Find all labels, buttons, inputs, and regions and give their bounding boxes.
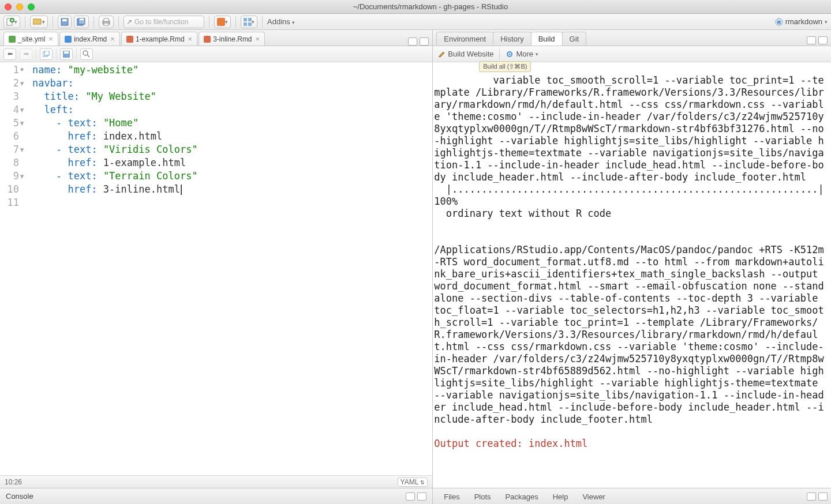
file-tab-label: _site.yml bbox=[18, 35, 45, 43]
close-tab-icon[interactable]: × bbox=[110, 35, 115, 43]
goto-arrow-icon: ↗ bbox=[126, 18, 132, 26]
tab-history[interactable]: History bbox=[493, 32, 531, 46]
svg-rect-9 bbox=[104, 23, 108, 25]
right-bottom-tabs: FilesPlotsPackagesHelpViewer bbox=[433, 488, 831, 504]
close-tab-icon[interactable]: × bbox=[188, 35, 193, 43]
svg-point-23 bbox=[509, 53, 511, 55]
svg-rect-11 bbox=[244, 18, 247, 21]
build-website-button[interactable]: Build Website bbox=[437, 50, 493, 58]
file-tab[interactable]: _site.yml× bbox=[3, 32, 58, 46]
right-bottom-minimize-icon[interactable] bbox=[807, 492, 816, 501]
file-type-icon bbox=[65, 36, 72, 43]
more-menu[interactable]: More ▾ bbox=[506, 50, 538, 58]
file-type-icon bbox=[9, 36, 16, 43]
source-pane: _site.yml×index.Rmd×1-example.Rmd×3-inli… bbox=[0, 30, 432, 488]
zoom-window-button[interactable] bbox=[28, 3, 35, 10]
file-tab-bar: _site.yml×index.Rmd×1-example.Rmd×3-inli… bbox=[0, 30, 432, 46]
forward-button[interactable]: ➡ bbox=[20, 48, 32, 60]
open-file-button[interactable]: ▾ bbox=[30, 16, 48, 28]
git-button[interactable]: ▾ bbox=[214, 16, 231, 28]
svg-rect-10 bbox=[217, 18, 225, 26]
minimize-window-button[interactable] bbox=[16, 3, 23, 10]
console-tab[interactable]: Console bbox=[6, 492, 33, 501]
svg-rect-8 bbox=[104, 18, 108, 21]
svg-rect-13 bbox=[244, 22, 247, 26]
panes-button[interactable]: ▾ bbox=[241, 16, 257, 28]
console-maximize-icon[interactable] bbox=[417, 492, 426, 501]
console-minimize-icon[interactable] bbox=[406, 492, 415, 501]
print-button[interactable] bbox=[99, 16, 114, 28]
source-toolbar: ⬅ ➡ bbox=[0, 46, 432, 62]
show-in-new-window-button[interactable] bbox=[40, 48, 53, 60]
addins-menu[interactable]: Addins ▾ bbox=[267, 17, 295, 26]
more-label: More bbox=[516, 50, 533, 58]
svg-rect-20 bbox=[64, 51, 69, 54]
minimize-pane-icon[interactable] bbox=[408, 37, 417, 46]
window-title: ~/Documents/rmarkdown - gh-pages - RStud… bbox=[35, 2, 826, 11]
file-tab[interactable]: index.Rmd× bbox=[59, 32, 120, 46]
file-tab-label: index.Rmd bbox=[74, 35, 107, 43]
back-button[interactable]: ⬅ bbox=[3, 48, 16, 60]
source-status-bar: 10:26 YAML ⇅ bbox=[0, 475, 432, 488]
close-tab-icon[interactable]: × bbox=[256, 35, 260, 43]
goto-placeholder: Go to file/function bbox=[134, 18, 188, 26]
gear-icon bbox=[506, 50, 514, 58]
build-tooltip: Build all (⇧⌘B) bbox=[479, 61, 531, 72]
file-type-icon bbox=[126, 36, 133, 43]
code-editor[interactable]: 1•2▾3 4▾5▾6 7▾8 9▾10 11 name: "my-websit… bbox=[0, 62, 432, 475]
svg-rect-3 bbox=[62, 19, 67, 21]
save-button[interactable] bbox=[58, 16, 72, 28]
build-output-final: Output created: index.html bbox=[434, 438, 587, 449]
tab-git[interactable]: Git bbox=[562, 32, 587, 46]
build-output-text: variable toc_smooth_scroll=1 --variable … bbox=[434, 74, 830, 425]
svg-rect-18 bbox=[44, 51, 49, 55]
tab-help[interactable]: Help bbox=[545, 490, 576, 503]
save-source-button[interactable] bbox=[60, 48, 73, 60]
close-window-button[interactable] bbox=[5, 3, 12, 10]
build-output[interactable]: variable toc_smooth_scroll=1 --variable … bbox=[433, 62, 831, 488]
find-button[interactable] bbox=[80, 48, 93, 60]
save-all-button[interactable] bbox=[74, 16, 89, 28]
r-project-icon: R bbox=[775, 18, 783, 26]
file-tab[interactable]: 1-example.Rmd× bbox=[121, 32, 197, 46]
tab-packages[interactable]: Packages bbox=[498, 490, 546, 503]
brush-icon bbox=[437, 50, 446, 58]
tab-files[interactable]: Files bbox=[436, 490, 467, 503]
project-name: rmarkdown bbox=[785, 17, 822, 26]
project-menu[interactable]: R rmarkdown ▾ bbox=[775, 17, 828, 26]
addins-label: Addins bbox=[267, 17, 290, 26]
svg-rect-6 bbox=[80, 18, 84, 20]
goto-file-function-input[interactable]: ↗ Go to file/function bbox=[123, 16, 204, 28]
maximize-pane-icon[interactable] bbox=[420, 37, 429, 46]
file-tab-label: 3-inline.Rmd bbox=[213, 35, 252, 43]
cursor-position: 10:26 bbox=[5, 478, 22, 486]
file-tab[interactable]: 3-inline.Rmd× bbox=[199, 32, 265, 46]
new-file-button[interactable]: ▾ bbox=[3, 16, 20, 28]
window-titlebar: ~/Documents/rmarkdown - gh-pages - RStud… bbox=[0, 0, 831, 14]
right-top-tabs: EnvironmentHistoryBuildGit bbox=[433, 30, 831, 46]
build-toolbar: Build Website More ▾ Build all (⇧⌘B) bbox=[433, 46, 831, 62]
tab-viewer[interactable]: Viewer bbox=[575, 490, 613, 503]
tab-plots[interactable]: Plots bbox=[467, 490, 499, 503]
file-tab-label: 1-example.Rmd bbox=[136, 35, 185, 43]
app-toolbar: ▾ ▾ ↗ Go to file/function ▾ bbox=[0, 14, 831, 30]
build-website-label: Build Website bbox=[448, 50, 493, 58]
close-tab-icon[interactable]: × bbox=[48, 35, 53, 43]
right-top-maximize-icon[interactable] bbox=[818, 36, 828, 44]
right-top-minimize-icon[interactable] bbox=[807, 36, 816, 44]
svg-text:R: R bbox=[777, 20, 781, 25]
language-label: YAML bbox=[400, 478, 418, 486]
build-pane: EnvironmentHistoryBuildGit Build Website bbox=[433, 30, 831, 488]
svg-point-21 bbox=[83, 51, 88, 55]
right-bottom-maximize-icon[interactable] bbox=[818, 492, 828, 501]
language-selector[interactable]: YAML ⇅ bbox=[398, 477, 428, 487]
tab-build[interactable]: Build bbox=[531, 32, 563, 46]
console-tab-bar: Console bbox=[0, 488, 432, 504]
tab-environment[interactable]: Environment bbox=[436, 32, 493, 46]
file-type-icon bbox=[204, 36, 211, 43]
